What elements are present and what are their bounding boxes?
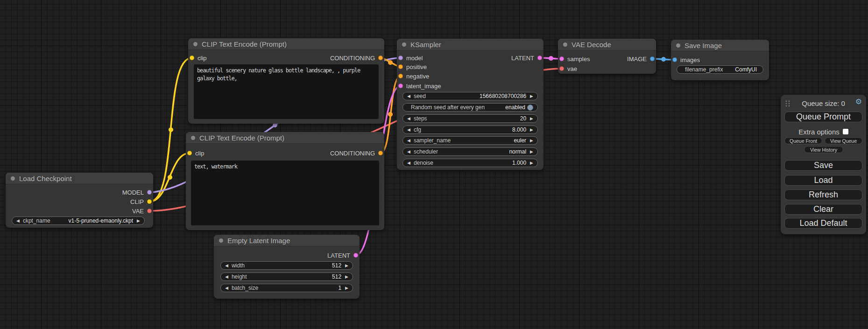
- decrement-arrow-icon[interactable]: ◀: [407, 139, 410, 143]
- decrement-arrow-icon[interactable]: ◀: [225, 275, 228, 279]
- output-row-vae: VAE: [132, 207, 152, 215]
- increment-arrow-icon[interactable]: ▶: [345, 286, 348, 290]
- increment-arrow-icon[interactable]: ▶: [530, 139, 533, 143]
- decrement-arrow-icon[interactable]: ◀: [225, 264, 228, 268]
- node-header[interactable]: Empty Latent Image: [214, 235, 360, 246]
- view-queue-button[interactable]: View Queue: [825, 137, 862, 144]
- steps-widget[interactable]: ◀ steps 20 ▶: [402, 114, 538, 123]
- denoise-widget[interactable]: ◀ denoise 1.000 ▶: [402, 159, 538, 167]
- toggle-knob-icon[interactable]: [527, 105, 533, 111]
- collapse-dot[interactable]: [563, 42, 567, 47]
- increment-arrow-icon[interactable]: ▶: [137, 219, 140, 223]
- latent-image-input-port[interactable]: [398, 84, 403, 88]
- collapse-dot[interactable]: [191, 136, 195, 140]
- collapse-dot[interactable]: [402, 42, 406, 47]
- queue-front-button[interactable]: Queue Front: [784, 137, 822, 144]
- node-header[interactable]: Load Checkpoint: [6, 173, 153, 184]
- input-row-clip: clip: [190, 54, 207, 62]
- widget-label: cfg: [414, 126, 421, 133]
- queue-panel[interactable]: Queue size: 0 ⚙ Queue Prompt Extra optio…: [781, 95, 866, 234]
- widget-value: v1-5-pruned-emaonly.ckpt: [69, 217, 134, 224]
- conditioning-output-port[interactable]: [378, 151, 383, 155]
- decrement-arrow-icon[interactable]: ◀: [407, 128, 410, 132]
- clip-input-port[interactable]: [190, 56, 194, 60]
- node-header[interactable]: VAE Decode: [558, 39, 656, 50]
- decrement-arrow-icon[interactable]: ◀: [407, 161, 410, 165]
- vae-input-port[interactable]: [559, 66, 564, 71]
- node-clip-text-encode-negative[interactable]: CLIP Text Encode (Prompt) clip CONDITION…: [186, 132, 384, 230]
- negative-input-port[interactable]: [398, 74, 403, 78]
- node-vae-decode[interactable]: VAE Decode samples IMAGE vae: [558, 39, 656, 74]
- decrement-arrow-icon[interactable]: ◀: [407, 150, 410, 154]
- queue-prompt-button[interactable]: Queue Prompt: [784, 112, 862, 122]
- node-save-image[interactable]: Save Image images filename_prefix ComfyU…: [671, 40, 769, 80]
- node-title: VAE Decode: [572, 41, 611, 49]
- node-graph-canvas[interactable]: Load Checkpoint MODEL CLIP VAE ◀ ckpt_na…: [0, 0, 868, 329]
- conditioning-output-port[interactable]: [378, 56, 383, 60]
- decrement-arrow-icon[interactable]: ◀: [225, 286, 228, 290]
- model-input-port[interactable]: [398, 56, 403, 60]
- node-header[interactable]: CLIP Text Encode (Prompt): [186, 132, 384, 144]
- scheduler-widget[interactable]: ◀ scheduler normal ▶: [402, 147, 538, 156]
- collapse-dot[interactable]: [193, 42, 198, 46]
- increment-arrow-icon[interactable]: ▶: [530, 150, 533, 154]
- widget-value: 20: [520, 115, 526, 122]
- extra-options-checkbox[interactable]: [843, 129, 848, 134]
- save-button[interactable]: Save: [784, 160, 862, 171]
- ckpt-name-combo[interactable]: ◀ ckpt_name v1-5-pruned-emaonly.ckpt ▶: [12, 217, 145, 225]
- cfg-widget[interactable]: ◀ cfg 8.000 ▶: [402, 126, 538, 134]
- prompt-textarea[interactable]: text, watermark: [191, 161, 379, 225]
- decrement-arrow-icon[interactable]: ◀: [407, 117, 410, 121]
- clip-input-port[interactable]: [187, 151, 192, 155]
- node-load-checkpoint[interactable]: Load Checkpoint MODEL CLIP VAE ◀ ckpt_na…: [6, 173, 153, 228]
- node-title: CLIP Text Encode (Prompt): [199, 134, 284, 142]
- sampler-name-widget[interactable]: ◀ sampler_name euler ▶: [402, 136, 538, 145]
- view-history-button[interactable]: View History: [804, 146, 843, 153]
- output-row-image: IMAGE: [627, 55, 655, 63]
- decrement-arrow-icon[interactable]: ◀: [407, 94, 410, 98]
- latent-output-port[interactable]: [537, 56, 542, 60]
- input-label: images: [680, 56, 700, 63]
- node-header[interactable]: KSampler: [397, 39, 543, 50]
- width-widget[interactable]: ◀ width 512 ▶: [220, 261, 353, 270]
- settings-gear-icon[interactable]: ⚙: [855, 98, 862, 105]
- samples-input-port[interactable]: [559, 56, 564, 61]
- collapse-dot[interactable]: [676, 43, 680, 48]
- increment-arrow-icon[interactable]: ▶: [530, 94, 533, 98]
- node-header[interactable]: Save Image: [671, 40, 769, 51]
- vae-output-port[interactable]: [147, 209, 152, 213]
- increment-arrow-icon[interactable]: ▶: [530, 117, 533, 121]
- node-header[interactable]: CLIP Text Encode (Prompt): [188, 38, 384, 50]
- collapse-dot[interactable]: [11, 176, 15, 181]
- batch-size-widget[interactable]: ◀ batch_size 1 ▶: [220, 284, 353, 292]
- prompt-textarea[interactable]: beautiful scenery nature glass bottle la…: [194, 64, 379, 119]
- node-ksampler[interactable]: KSampler model LATENT positive negative …: [397, 39, 543, 170]
- clear-button[interactable]: Clear: [784, 204, 862, 215]
- increment-arrow-icon[interactable]: ▶: [530, 128, 533, 132]
- widget-label: ckpt_name: [23, 217, 50, 224]
- filename-prefix-widget[interactable]: filename_prefix ComfyUI: [677, 65, 763, 74]
- load-button[interactable]: Load: [784, 175, 862, 186]
- node-clip-text-encode-positive[interactable]: CLIP Text Encode (Prompt) clip CONDITION…: [188, 38, 384, 124]
- collapse-dot[interactable]: [219, 238, 223, 243]
- height-widget[interactable]: ◀ height 512 ▶: [220, 273, 353, 281]
- random-seed-toggle[interactable]: Random seed after every gen enabled: [402, 103, 538, 112]
- increment-arrow-icon[interactable]: ▶: [530, 161, 533, 165]
- clip-output-port[interactable]: [147, 199, 152, 204]
- node-empty-latent-image[interactable]: Empty Latent Image LATENT ◀ width 512 ▶ …: [214, 235, 360, 299]
- latent-output-port[interactable]: [353, 253, 358, 258]
- output-row-latent: LATENT: [511, 54, 542, 62]
- positive-input-port[interactable]: [398, 64, 403, 69]
- load-default-button[interactable]: Load Default: [784, 218, 862, 229]
- seed-widget[interactable]: ◀ seed 156680208700286 ▶: [402, 92, 538, 100]
- increment-arrow-icon[interactable]: ▶: [345, 264, 348, 268]
- refresh-button[interactable]: Refresh: [784, 189, 862, 200]
- widget-label: sampler_name: [414, 137, 451, 144]
- model-output-port[interactable]: [147, 190, 152, 195]
- image-output-port[interactable]: [650, 56, 655, 61]
- images-input-port[interactable]: [672, 57, 677, 62]
- increment-arrow-icon[interactable]: ▶: [345, 275, 348, 279]
- decrement-arrow-icon[interactable]: ◀: [16, 219, 20, 223]
- drag-handle-icon[interactable]: [785, 100, 790, 107]
- input-row-positive: positive: [398, 63, 427, 71]
